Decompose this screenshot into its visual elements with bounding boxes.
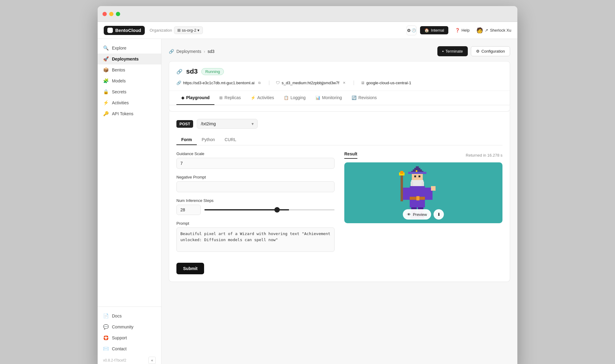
sub-tab-python[interactable]: Python bbox=[197, 135, 220, 145]
org-dropdown[interactable]: ⊞ ss-org-2 ▾ bbox=[174, 26, 203, 34]
download-button[interactable]: ⬇ bbox=[434, 209, 444, 220]
http-method-badge: POST bbox=[176, 120, 193, 128]
model-name: s_d3_medium:ht2zpbbjjsmd3w7f bbox=[282, 81, 339, 85]
settings-icon: ⚙ bbox=[407, 28, 411, 33]
tab-revisions[interactable]: 🔄 Revisions bbox=[347, 91, 382, 105]
secrets-icon: 🔒 bbox=[103, 89, 109, 95]
sub-tab-curl[interactable]: CURL bbox=[220, 135, 241, 145]
sub-tab-form[interactable]: Form bbox=[176, 135, 197, 145]
sidebar-item-api-tokens[interactable]: 🔑 API Tokens bbox=[98, 108, 161, 119]
minimize-button[interactable] bbox=[109, 12, 113, 16]
api-tokens-icon: 🔑 bbox=[103, 111, 109, 116]
sidebar-item-explore[interactable]: 🔍 Explore bbox=[98, 43, 161, 54]
sidebar-item-community[interactable]: 💬 Community bbox=[98, 321, 161, 332]
chevron-down-icon: ▾ bbox=[252, 121, 254, 126]
breadcrumb-icon: 🔗 bbox=[169, 49, 174, 54]
sidebar-main-nav: 🔍 Explore 🚀 Deployments 📦 Bentos 🧩 Model… bbox=[98, 43, 161, 119]
terminate-button[interactable]: ▪ Terminate bbox=[437, 46, 468, 56]
copy-model-button[interactable]: ✕ bbox=[341, 80, 347, 86]
status-badge: Running bbox=[201, 68, 224, 75]
guidance-scale-label: Guidance Scale bbox=[176, 151, 335, 156]
sidebar-item-activities[interactable]: ⚡ Activities bbox=[98, 97, 161, 108]
chevron-down-icon: ▾ bbox=[197, 28, 200, 33]
logo-icon bbox=[107, 28, 113, 33]
preview-button[interactable]: 👁 Preview bbox=[403, 209, 431, 220]
endpoint-row: POST /txt2img ▾ bbox=[176, 119, 502, 129]
activities-tab-icon: ⚡ bbox=[251, 95, 255, 100]
org-selector: Organization ⊞ ss-org-2 ▾ bbox=[150, 26, 203, 34]
image-overlay: 👁 Preview ⬇ bbox=[403, 209, 444, 220]
logo[interactable]: BentoCloud bbox=[104, 26, 145, 35]
endpoint-select[interactable]: /txt2img ▾ bbox=[197, 119, 258, 129]
sidebar-item-bentos[interactable]: 📦 Bentos bbox=[98, 64, 161, 75]
tab-activities[interactable]: ⚡ Activities bbox=[246, 91, 279, 105]
prompt-field: Prompt Beautiful pixel art of a Wizard w… bbox=[176, 221, 335, 253]
terminate-icon: ▪ bbox=[442, 49, 444, 54]
models-icon: 🧩 bbox=[103, 78, 109, 84]
svg-rect-19 bbox=[431, 186, 436, 191]
svg-rect-24 bbox=[408, 172, 426, 174]
sidebar-item-secrets[interactable]: 🔒 Secrets bbox=[98, 86, 161, 97]
tab-playground[interactable]: ◈ Playground bbox=[176, 91, 214, 105]
num-inference-steps-label: Num Inference Steps bbox=[176, 198, 335, 203]
sidebar-item-contact[interactable]: ✉️ Contact bbox=[98, 343, 161, 354]
sidebar-label-deployments: Deployments bbox=[112, 57, 139, 61]
result-section: Result Returned in 16.278 s bbox=[344, 151, 502, 274]
sidebar-collapse-button[interactable]: « bbox=[148, 357, 156, 364]
breadcrumb-actions: ▪ Terminate ⚙ Configuration bbox=[437, 46, 510, 56]
svg-rect-13 bbox=[416, 196, 419, 200]
copy-url-button[interactable]: ⧉ bbox=[256, 80, 262, 86]
eye-icon: 👁 bbox=[407, 212, 411, 217]
tab-replicas[interactable]: ⊞ Replicas bbox=[214, 91, 246, 105]
time-icon: 🕐 bbox=[412, 28, 416, 33]
help-button[interactable]: ❓ Help bbox=[452, 26, 473, 34]
form-result-grid: Guidance Scale Negative Prompt Num Infer… bbox=[176, 151, 502, 274]
sidebar-item-docs[interactable]: 📄 Docs bbox=[98, 310, 161, 321]
sidebar-item-models[interactable]: 🧩 Models bbox=[98, 75, 161, 86]
org-value: ss-org-2 bbox=[182, 28, 196, 33]
sidebar-label-explore: Explore bbox=[112, 46, 126, 50]
configuration-button[interactable]: ⚙ Configuration bbox=[471, 46, 510, 56]
deployment-urls: 🔗 https://sd3-e3c1c7db.mt-guc1.bentoml.a… bbox=[176, 80, 502, 86]
negative-prompt-label: Negative Prompt bbox=[176, 175, 335, 179]
close-button[interactable] bbox=[102, 12, 107, 16]
breadcrumb: 🔗 Deployments › sd3 ▪ Terminate ⚙ Config… bbox=[169, 46, 510, 56]
deployment-link-icon: 🔗 bbox=[176, 69, 182, 75]
sidebar-label-activities: Activities bbox=[112, 100, 129, 105]
shield-icon: 🛡 bbox=[276, 81, 280, 85]
internal-icon: 🏠 bbox=[424, 28, 429, 33]
breadcrumb-parent[interactable]: Deployments bbox=[176, 49, 201, 54]
maximize-button[interactable] bbox=[116, 12, 120, 16]
negative-prompt-field: Negative Prompt bbox=[176, 175, 335, 192]
sidebar-bottom: 📄 Docs 💬 Community 🛟 Support ✉️ Contact bbox=[98, 307, 161, 364]
result-image-container: 👁 Preview ⬇ bbox=[344, 162, 502, 223]
deployment-header: 🔗 sd3 Running bbox=[176, 68, 502, 75]
inference-steps-slider[interactable] bbox=[204, 209, 335, 210]
region-item: 🖥 google-cloud-us-central-1 bbox=[361, 81, 411, 85]
model-item: 🛡 s_d3_medium:ht2zpbbjjsmd3w7f ✕ bbox=[276, 80, 347, 86]
internal-button[interactable]: 🏠 Internal bbox=[420, 26, 448, 34]
user-icon: 🧑 bbox=[476, 27, 483, 34]
sidebar-label-support: Support bbox=[112, 335, 127, 340]
sidebar-item-deployments[interactable]: 🚀 Deployments bbox=[98, 54, 161, 64]
guidance-scale-input[interactable] bbox=[176, 158, 335, 169]
tab-monitoring[interactable]: 📊 Monitoring bbox=[311, 91, 347, 105]
prompt-textarea[interactable]: Beautiful pixel art of a Wizard with hov… bbox=[176, 227, 335, 252]
breadcrumb-current: sd3 bbox=[207, 49, 214, 54]
deployments-icon: 🚀 bbox=[103, 56, 109, 62]
bentos-icon: 📦 bbox=[103, 67, 109, 73]
result-header: Result Returned in 16.278 s bbox=[344, 151, 502, 159]
submit-button[interactable]: Submit bbox=[176, 263, 204, 274]
sub-tabs: Form Python CURL bbox=[176, 135, 502, 145]
main-content: 🔗 Deployments › sd3 ▪ Terminate ⚙ Config… bbox=[162, 39, 517, 364]
settings-icon-btn[interactable]: ⚙ 🕐 bbox=[407, 26, 416, 35]
negative-prompt-input[interactable] bbox=[176, 181, 335, 192]
activities-icon: ⚡ bbox=[103, 100, 109, 106]
replicas-tab-icon: ⊞ bbox=[219, 95, 223, 100]
user-menu[interactable]: 🧑 ↗ Sherlock Xu bbox=[476, 27, 511, 34]
sidebar-item-support[interactable]: 🛟 Support bbox=[98, 332, 161, 343]
inference-steps-input[interactable] bbox=[176, 205, 201, 215]
svg-rect-14 bbox=[402, 188, 410, 200]
tab-logging[interactable]: 📋 Logging bbox=[279, 91, 311, 105]
deployment-tabs: ◈ Playground ⊞ Replicas ⚡ Activities � bbox=[169, 91, 510, 105]
